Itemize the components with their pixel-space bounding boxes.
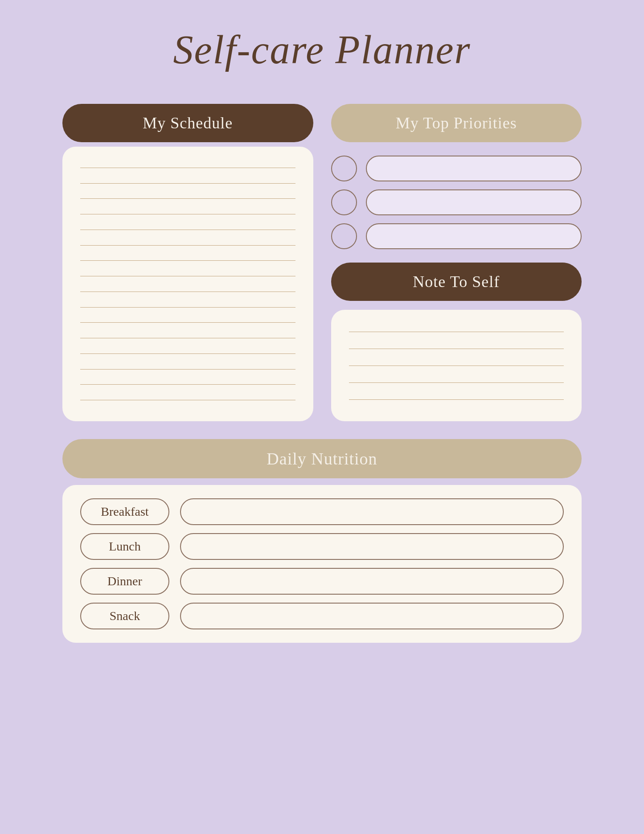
nutrition-input-dinner[interactable] [180,568,564,595]
nutrition-label-dinner: Dinner [80,568,169,595]
priority-input-3[interactable] [366,223,582,249]
nutrition-header: Daily Nutrition [62,439,582,478]
nutrition-input-lunch[interactable] [180,533,564,560]
schedule-line [80,276,295,276]
schedule-line [80,245,295,246]
schedule-line [80,198,295,199]
priority-circle-3[interactable] [331,223,357,249]
note-line [349,332,564,332]
schedule-line [80,353,295,354]
priority-input-1[interactable] [366,156,582,181]
page-title: Self-care Planner [173,27,471,73]
nutrition-section: Daily Nutrition Breakfast Lunch [62,439,582,643]
schedule-line [80,307,295,308]
note-header: Note To Self [331,263,582,301]
nutrition-input-breakfast[interactable] [180,498,564,525]
schedule-header: My Schedule [62,104,313,142]
nutrition-row-dinner: Dinner [80,568,564,595]
note-body [331,310,582,421]
schedule-body [62,147,313,421]
priorities-list [331,151,582,254]
schedule-line [80,230,295,230]
priority-circle-1[interactable] [331,156,357,181]
main-content: My Schedule [62,104,582,643]
top-section: My Schedule [62,104,582,421]
nutrition-body: Breakfast Lunch Dinner [62,485,582,643]
schedule-line [80,168,295,168]
nutrition-row-snack: Snack [80,603,564,629]
priority-item-3 [331,223,582,249]
priority-item-2 [331,189,582,215]
priority-input-2[interactable] [366,189,582,215]
schedule-line [80,369,295,370]
nutrition-row-breakfast: Breakfast [80,498,564,525]
note-line [349,399,564,400]
schedule-line [80,260,295,261]
right-section: My Top Priorities N [331,104,582,421]
priority-item-1 [331,156,582,181]
schedule-line [80,338,295,338]
nutrition-label-breakfast: Breakfast [80,498,169,525]
note-line [349,382,564,383]
schedule-section: My Schedule [62,104,313,421]
schedule-line [80,183,295,184]
note-line [349,366,564,366]
note-line [349,349,564,349]
nutrition-input-snack[interactable] [180,603,564,629]
page: Self-care Planner My Schedule [0,0,644,834]
schedule-line [80,322,295,323]
schedule-line [80,384,295,385]
schedule-line [80,400,295,400]
nutrition-label-snack: Snack [80,603,169,629]
priority-circle-2[interactable] [331,189,357,215]
priorities-header: My Top Priorities [331,104,582,142]
schedule-line [80,292,295,292]
nutrition-label-lunch: Lunch [80,533,169,560]
schedule-line [80,214,295,214]
nutrition-row-lunch: Lunch [80,533,564,560]
